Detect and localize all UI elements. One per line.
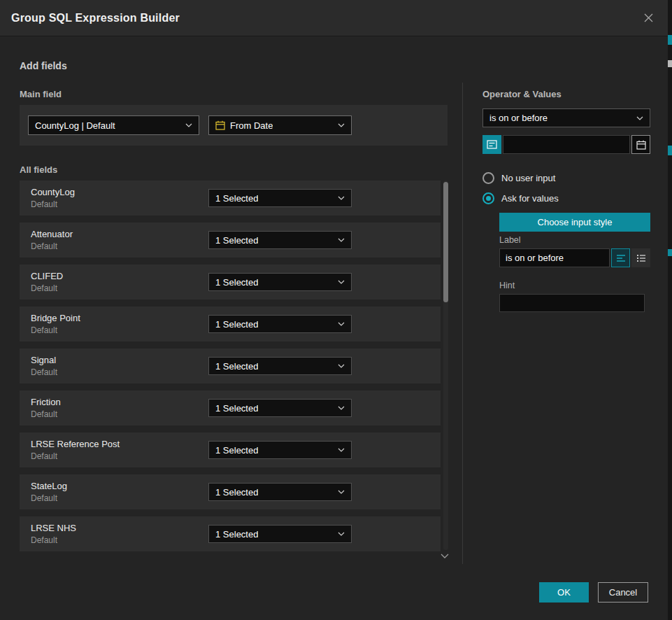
ok-button[interactable]: OK [539, 582, 589, 603]
field-row: LRSE NHS Default 1 Selected [20, 516, 441, 551]
panel-divider [462, 83, 463, 564]
field-row: LRSE Reference Post Default 1 Selected [20, 432, 441, 467]
dialog-title: Group SQL Expression Builder [11, 12, 180, 24]
scroll-down-icon[interactable] [440, 553, 450, 559]
dialog-titlebar: Group SQL Expression Builder [0, 0, 668, 36]
scrollbar-thumb[interactable] [443, 182, 448, 302]
field-values-select-value: 1 Selected [215, 403, 258, 414]
date-value-input[interactable] [503, 135, 630, 154]
align-left-icon [616, 254, 626, 262]
field-values-select[interactable]: 1 Selected [208, 483, 352, 501]
chevron-down-icon [338, 448, 345, 452]
chevron-down-icon [338, 490, 345, 494]
field-values-select-value: 1 Selected [215, 277, 258, 288]
cancel-button[interactable]: Cancel [598, 582, 648, 603]
field-row: StateLog Default 1 Selected [20, 474, 441, 509]
field-row: Bridge Point Default 1 Selected [20, 307, 441, 341]
radio-ask-for-values-label: Ask for values [501, 193, 559, 204]
edge-fragment [668, 35, 672, 45]
hint-caption: Hint [499, 281, 515, 290]
field-row: CountyLog Default 1 Selected [20, 181, 441, 216]
date-field-calendar-icon [215, 120, 225, 130]
radio-unselected-icon [482, 172, 494, 184]
field-values-select-value: 1 Selected [215, 361, 258, 372]
chevron-down-icon [338, 322, 345, 326]
operator-select[interactable]: is on or before [482, 108, 650, 127]
hint-input[interactable] [499, 294, 645, 312]
field-values-select[interactable]: 1 Selected [208, 231, 352, 249]
edge-fragment [668, 60, 672, 67]
label-input-row [499, 248, 650, 267]
date-value-row [482, 135, 650, 154]
field-values-select[interactable]: 1 Selected [208, 525, 352, 543]
layer-select[interactable]: CountyLog | Default [28, 115, 199, 135]
radio-no-user-input[interactable]: No user input [482, 172, 555, 184]
operator-select-value: is on or before [489, 113, 548, 123]
chevron-down-icon [338, 123, 345, 127]
field-values-select[interactable]: 1 Selected [208, 315, 352, 333]
radio-ask-for-values[interactable]: Ask for values [482, 192, 559, 204]
label-caption: Label [499, 235, 521, 245]
chevron-down-icon [338, 532, 345, 536]
list-style-button[interactable] [631, 248, 650, 267]
field-row: Friction Default 1 Selected [20, 390, 441, 425]
input-mode-icon [487, 139, 497, 150]
field-values-select[interactable]: 1 Selected [208, 189, 352, 207]
chevron-down-icon [636, 116, 643, 120]
background-app-edge [668, 0, 672, 620]
field-row: Signal Default 1 Selected [20, 348, 441, 383]
operator-values-title: Operator & Values [482, 89, 562, 99]
list-icon [636, 254, 646, 262]
choose-input-style-button[interactable]: Choose input style [499, 213, 650, 232]
radio-selected-icon [482, 192, 494, 204]
field-values-select[interactable]: 1 Selected [208, 357, 352, 375]
field-values-select[interactable]: 1 Selected [208, 441, 352, 459]
fields-list-scrollbar[interactable] [443, 181, 448, 550]
chevron-down-icon [338, 238, 345, 242]
date-picker-button[interactable] [631, 135, 650, 154]
field-values-select[interactable]: 1 Selected [208, 273, 352, 291]
close-button[interactable] [641, 10, 657, 26]
chevron-down-icon [338, 280, 345, 284]
radio-no-user-input-label: No user input [501, 173, 555, 183]
field-values-select[interactable]: 1 Selected [208, 399, 352, 417]
field-values-select-value: 1 Selected [215, 319, 258, 330]
input-mode-button[interactable] [482, 135, 501, 154]
field-values-select-value: 1 Selected [215, 487, 258, 498]
field-values-select-value: 1 Selected [215, 445, 258, 456]
chevron-down-icon [185, 123, 192, 127]
chevron-down-icon [338, 406, 345, 410]
field-values-select-value: 1 Selected [215, 193, 258, 204]
field-row: Attenuator Default 1 Selected [20, 223, 441, 258]
single-line-style-button[interactable] [611, 248, 630, 267]
all-fields-label: All fields [20, 164, 57, 175]
main-field-panel: CountyLog | Default From Date [20, 105, 448, 146]
main-field-label: Main field [20, 89, 62, 99]
close-icon [643, 13, 654, 23]
date-field-select[interactable]: From Date [208, 115, 352, 135]
edge-fragment [668, 146, 672, 155]
all-fields-list: CountyLog Default 1 Selected Attenuator … [20, 181, 441, 558]
chevron-down-icon [338, 196, 345, 200]
layer-select-value: CountyLog | Default [35, 120, 115, 131]
calendar-icon [636, 140, 646, 150]
field-row: CLIFED Default 1 Selected [20, 265, 441, 300]
label-input[interactable] [499, 248, 610, 267]
field-values-select-value: 1 Selected [215, 529, 258, 540]
section-title: Add fields [20, 60, 67, 71]
date-field-select-value: From Date [230, 120, 273, 131]
field-values-select-value: 1 Selected [215, 235, 258, 246]
chevron-down-icon [338, 364, 345, 368]
edge-fragment [668, 249, 672, 256]
